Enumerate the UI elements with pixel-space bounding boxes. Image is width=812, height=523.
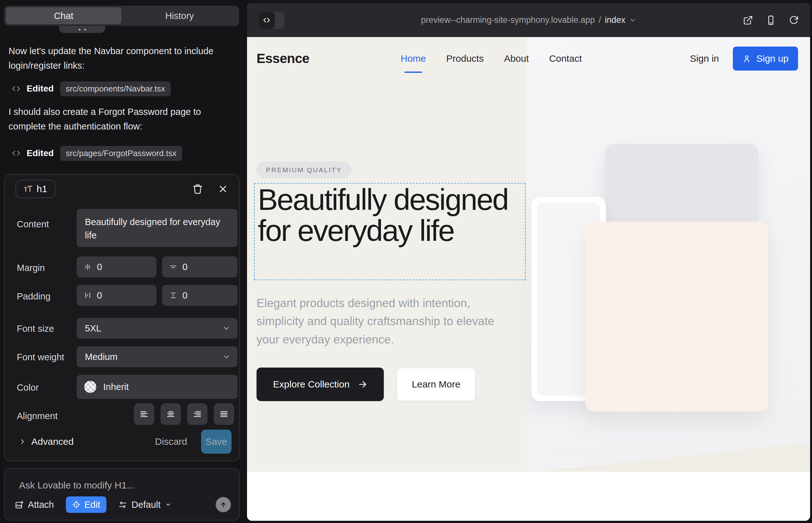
composer-placeholder: Ask Lovable to modify H1... <box>19 480 135 491</box>
element-type-badge[interactable]: тT h1 <box>16 180 55 198</box>
align-justify-button[interactable] <box>214 403 234 425</box>
chat-history-tabs: Chat History <box>4 6 239 26</box>
content-input[interactable]: Beautifully designed for everyday life <box>77 209 237 247</box>
tab-chat[interactable]: Chat <box>6 7 122 24</box>
file-edit-entry[interactable]: Edited src/components/Navbar.tsx <box>12 81 171 96</box>
site-navbar: Essence Home Products About Contact Sign… <box>247 37 810 80</box>
delete-element-button[interactable] <box>192 184 203 194</box>
font-size-value: 5XL <box>85 323 101 334</box>
attach-image-icon <box>15 501 23 509</box>
element-editor-panel: тT h1 Content Beautifully designed for e… <box>4 174 240 461</box>
composer-toolbar: Attach Edit Default <box>15 497 231 513</box>
margin-vertical-icon <box>169 263 177 271</box>
edited-label: Edited <box>27 148 54 158</box>
attach-button[interactable]: Attach <box>15 500 54 510</box>
file-edit-entry[interactable]: Edited src/pages/ForgotPassword.tsx <box>12 146 182 161</box>
font-size-label: Font size <box>17 324 54 334</box>
margin-y-input[interactable]: 0 <box>162 256 237 277</box>
color-value: Inherit <box>103 382 129 392</box>
content-label: Content <box>17 219 49 230</box>
decor-card-beige <box>585 222 768 412</box>
site-canvas: Essence Home Products About Contact Sign… <box>247 37 810 521</box>
refresh-button[interactable] <box>789 15 799 25</box>
code-icon <box>259 12 275 29</box>
lovable-app: Chat History Now let's update the Navbar… <box>0 0 812 523</box>
padding-y-input[interactable]: 0 <box>162 285 237 306</box>
padding-horizontal-icon <box>84 291 92 300</box>
preview-window: preview--charming-site-symphony.lovable.… <box>247 3 810 521</box>
assistant-message: Now let's update the Navbar component to… <box>8 44 235 73</box>
nav-link-contact[interactable]: Contact <box>549 53 582 64</box>
font-weight-select[interactable]: Medium <box>77 346 237 367</box>
font-weight-value: Medium <box>85 352 118 362</box>
arrow-right-icon <box>358 380 367 389</box>
nav-link-products[interactable]: Products <box>446 53 483 64</box>
attach-label: Attach <box>28 500 54 510</box>
alignment-label: Alignment <box>17 411 58 421</box>
tab-history[interactable]: History <box>122 7 237 24</box>
margin-y-value: 0 <box>182 262 188 272</box>
padding-x-input[interactable]: 0 <box>77 285 156 306</box>
chevron-down-icon <box>165 502 171 508</box>
hero-badge: PREMIUM QUALITY <box>257 161 352 178</box>
signin-link[interactable]: Sign in <box>690 53 719 64</box>
color-select[interactable]: Inherit <box>77 375 237 399</box>
margin-label: Margin <box>17 263 45 273</box>
advanced-label: Advanced <box>31 436 73 447</box>
margin-horizontal-icon <box>84 263 92 271</box>
discard-button[interactable]: Discard <box>155 436 187 447</box>
margin-x-input[interactable]: 0 <box>77 256 156 277</box>
site-logo[interactable]: Essence <box>257 51 310 66</box>
edit-mode-button[interactable]: Edit <box>66 497 106 513</box>
edited-label: Edited <box>27 84 54 94</box>
learn-more-button[interactable]: Learn More <box>396 367 476 401</box>
padding-label: Padding <box>17 291 50 302</box>
nav-link-about[interactable]: About <box>504 53 529 64</box>
dot <box>79 29 81 30</box>
file-path-chip[interactable]: src/components/Navbar.tsx <box>60 82 171 96</box>
margin-x-value: 0 <box>97 262 102 272</box>
url-breadcrumb[interactable]: preview--charming-site-symphony.lovable.… <box>421 15 636 25</box>
model-default-select[interactable]: Default <box>119 500 171 510</box>
url-page: index <box>605 15 625 25</box>
url-separator: / <box>599 15 601 25</box>
font-size-select[interactable]: 5XL <box>77 318 237 339</box>
preview-topbar: preview--charming-site-symphony.lovable.… <box>247 3 810 37</box>
edit-label: Edit <box>84 500 100 510</box>
close-icon[interactable] <box>217 184 228 194</box>
open-external-button[interactable] <box>743 15 753 25</box>
scrolled-chip-partial <box>59 26 105 33</box>
hero-headline[interactable]: Beautifully designed for everyday life <box>258 184 517 246</box>
target-icon <box>72 501 81 509</box>
nav-link-home[interactable]: Home <box>401 53 426 64</box>
hero-cta-row: Explore Collection Learn More <box>257 367 476 401</box>
chat-sidebar: Chat History Now let's update the Navbar… <box>0 0 247 523</box>
padding-vertical-icon <box>169 291 177 300</box>
code-icon <box>12 85 20 93</box>
send-button[interactable] <box>216 497 231 512</box>
signup-label: Sign up <box>756 53 789 64</box>
url-domain: preview--charming-site-symphony.lovable.… <box>421 15 595 25</box>
selected-h1-outline[interactable]: Beautifully designed for everyday life <box>254 183 526 280</box>
save-button[interactable]: Save <box>201 430 231 454</box>
align-right-button[interactable] <box>187 403 208 425</box>
chat-composer[interactable]: Ask Lovable to modify H1... Attach Edit <box>4 468 240 521</box>
transparent-swatch-icon <box>84 381 96 393</box>
signup-button[interactable]: Sign up <box>733 47 798 71</box>
alignment-group <box>134 403 234 425</box>
assistant-message: I should also create a Forgot Password p… <box>8 105 235 134</box>
align-center-button[interactable] <box>161 403 181 425</box>
sliders-icon <box>119 501 127 509</box>
code-preview-toggle[interactable] <box>259 12 284 29</box>
mobile-view-button[interactable] <box>766 15 776 25</box>
explore-collection-button[interactable]: Explore Collection <box>257 367 384 401</box>
default-label: Default <box>131 500 161 510</box>
file-path-chip[interactable]: src/pages/ForgotPassword.tsx <box>60 146 182 161</box>
align-left-button[interactable] <box>134 403 154 425</box>
font-weight-label: Font weight <box>17 352 64 362</box>
color-label: Color <box>17 382 39 393</box>
advanced-toggle[interactable]: Advanced <box>19 436 73 447</box>
code-icon <box>12 149 20 157</box>
chevron-down-icon <box>222 324 231 332</box>
dot <box>84 29 86 30</box>
